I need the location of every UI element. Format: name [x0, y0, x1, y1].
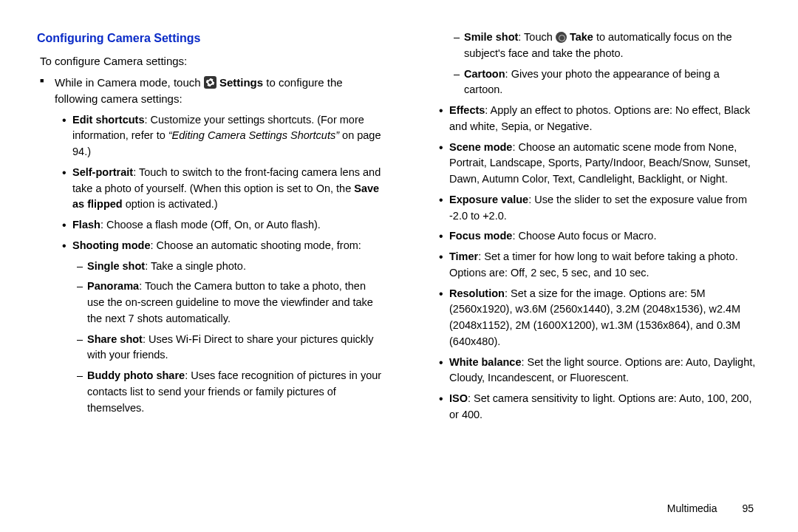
item-buddy-share: Buddy photo share: Uses face recognition… [87, 368, 384, 416]
intro-text: To configure Camera settings: [40, 53, 384, 70]
item-focus-mode: Focus mode: Choose Auto focus or Macro. [449, 228, 761, 245]
page-number: 95 [742, 502, 754, 514]
item-resolution: Resolution: Set a size for the image. Op… [449, 286, 761, 350]
section-heading: Configuring Camera Settings [37, 30, 384, 47]
item-smile-shot: Smile shot: Touch Take to automatically … [464, 30, 761, 62]
item-edit-shortcuts: Edit shortcuts: Customize your settings … [72, 112, 384, 160]
item-shooting-mode: Shooting mode: Choose an automatic shoot… [72, 238, 384, 254]
item-single-shot: Single shot: Take a single photo. [87, 259, 384, 275]
take-icon [556, 32, 567, 43]
item-timer: Timer: Set a timer for how long to wait … [449, 249, 761, 282]
item-exposure: Exposure value: Use the slider to set th… [449, 192, 761, 225]
item-share-shot: Share shot: Uses Wi-Fi Direct to share y… [87, 332, 384, 364]
item-iso: ISO: Set camera sensitivity to light. Op… [449, 391, 761, 423]
page-columns: Configuring Camera Settings To configure… [0, 0, 798, 502]
main-bold: Settings [219, 76, 263, 89]
settings-icon [204, 76, 216, 89]
item-flash: Flash: Choose a flash mode (Off, On, or … [72, 217, 384, 233]
main-pre: While in Camera mode, touch [55, 76, 204, 89]
page-footer: Multimedia 95 [667, 502, 754, 514]
item-scene-mode: Scene mode: Choose an automatic scene mo… [449, 140, 761, 188]
item-effects: Effects: Apply an effect to photos. Opti… [449, 103, 761, 135]
footer-section: Multimedia [667, 502, 717, 514]
item-panorama: Panorama: Touch the Camera button to tak… [87, 279, 384, 327]
item-cartoon: Cartoon: Gives your photo the appearance… [464, 66, 761, 99]
main-item: While in Camera mode, touch Settings to … [55, 75, 384, 108]
right-column: Smile shot: Touch Take to automatically … [414, 30, 761, 488]
left-column: Configuring Camera Settings To configure… [37, 30, 384, 488]
item-self-portrait: Self-portrait: Touch to switch to the fr… [72, 165, 384, 213]
item-white-balance: White balance: Set the light source. Opt… [449, 355, 761, 387]
